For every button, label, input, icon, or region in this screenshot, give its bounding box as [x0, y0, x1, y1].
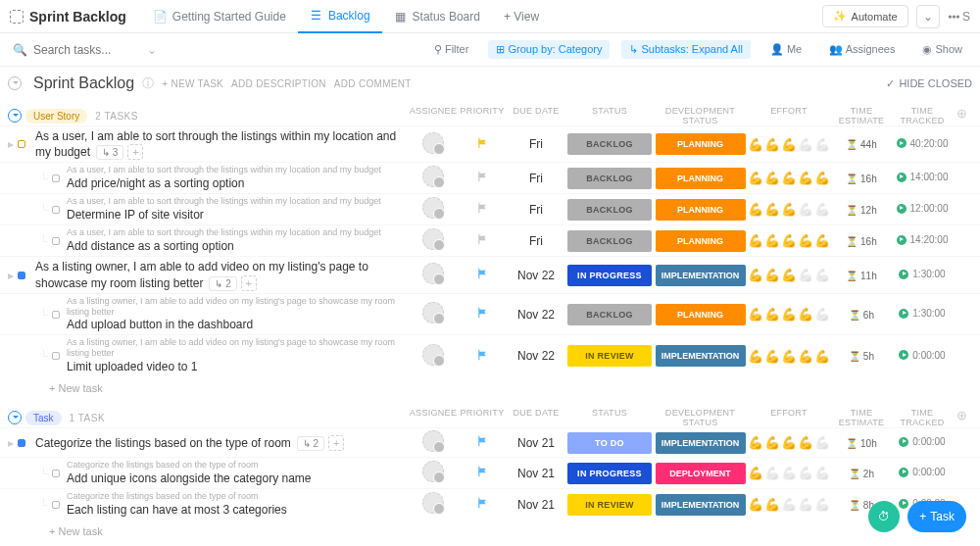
priority-flag[interactable]: [458, 233, 507, 248]
status-square-icon[interactable]: [18, 439, 25, 447]
status-square-icon[interactable]: [52, 206, 60, 214]
assignee-avatar[interactable]: [422, 132, 444, 154]
group-chip[interactable]: Task: [25, 411, 62, 425]
due-date[interactable]: Fri: [507, 137, 565, 151]
add-column-icon[interactable]: ⊕: [956, 408, 967, 422]
time-tracked[interactable]: 1:30:00: [899, 269, 945, 279]
add-subtask-icon[interactable]: +: [241, 275, 257, 291]
due-date[interactable]: Fri: [507, 234, 565, 248]
status-badge[interactable]: TO DO: [567, 432, 652, 454]
show-button[interactable]: ◉ Show: [914, 40, 970, 59]
tab-add-view[interactable]: + View: [492, 0, 551, 33]
tab-status-board[interactable]: ▦Status Board: [382, 0, 492, 33]
time-estimate[interactable]: ⏳ 12h: [846, 205, 876, 216]
add-column-icon[interactable]: ⊕: [956, 106, 967, 121]
status-badge[interactable]: IN PROGRESS: [567, 265, 652, 286]
timer-fab[interactable]: ⏱: [868, 501, 900, 532]
assignee-avatar[interactable]: [422, 344, 444, 366]
subtask-count[interactable]: ↳ 2: [297, 436, 324, 451]
task-row[interactable]: └ As a listing owner, I am able to add v…: [0, 334, 980, 376]
expand-icon[interactable]: ▸: [8, 269, 14, 282]
status-square-icon[interactable]: [52, 311, 60, 319]
time-estimate[interactable]: ⏳ 44h: [846, 139, 876, 150]
task-row[interactable]: └ As a user, I am able to sort through t…: [0, 193, 980, 224]
dev-status-badge[interactable]: PLANNING: [656, 199, 746, 221]
time-tracked[interactable]: 0:00:00: [899, 350, 945, 361]
task-title[interactable]: Categorize the listings based on the typ…: [35, 436, 291, 450]
status-badge[interactable]: IN REVIEW: [567, 494, 652, 516]
due-date[interactable]: Fri: [507, 172, 565, 185]
expand-icon[interactable]: ▸: [8, 137, 14, 151]
info-icon[interactable]: ⓘ: [142, 75, 154, 92]
time-tracked[interactable]: 0:00:00: [899, 436, 945, 447]
effort-meter[interactable]: 💪💪💪💪💪: [747, 466, 831, 480]
dev-status-badge[interactable]: IMPLEMENTATION: [656, 432, 746, 454]
search-field[interactable]: [33, 43, 141, 57]
time-tracked[interactable]: 40:20:00: [897, 138, 949, 149]
play-icon[interactable]: [897, 173, 906, 182]
play-icon[interactable]: [897, 204, 906, 214]
status-badge[interactable]: BACKLOG: [567, 199, 652, 221]
assignee-avatar[interactable]: [422, 492, 444, 514]
priority-flag[interactable]: [458, 349, 507, 364]
assignee-avatar[interactable]: [422, 302, 444, 323]
effort-meter[interactable]: 💪💪💪💪💪: [747, 202, 831, 217]
status-badge[interactable]: BACKLOG: [567, 133, 652, 155]
time-estimate[interactable]: ⏳ 16h: [846, 174, 876, 184]
due-date[interactable]: Nov 21: [507, 498, 565, 512]
dev-status-badge[interactable]: IMPLEMENTATION: [656, 345, 746, 367]
play-icon[interactable]: [899, 468, 908, 477]
effort-meter[interactable]: 💪💪💪💪💪: [747, 349, 831, 364]
assignee-avatar[interactable]: [422, 461, 444, 482]
share-icon[interactable]: ⦁⦁⦁ S: [948, 10, 970, 24]
dev-status-badge[interactable]: DEPLOYMENT: [656, 463, 746, 484]
assignee-avatar[interactable]: [422, 263, 444, 284]
task-row[interactable]: └ Categorize the listings based on the t…: [0, 457, 980, 488]
dev-status-badge[interactable]: PLANNING: [656, 133, 746, 155]
task-title[interactable]: As a listing owner, I am able to add vid…: [35, 260, 368, 289]
task-title[interactable]: Determine IP of site visitor: [67, 208, 204, 222]
priority-flag[interactable]: [458, 137, 507, 152]
subtasks-button[interactable]: ↳ Subtasks: Expand All: [621, 40, 750, 59]
collapse-icon[interactable]: [8, 76, 22, 90]
dev-status-badge[interactable]: PLANNING: [656, 230, 746, 252]
priority-flag[interactable]: [458, 268, 507, 282]
filter-button[interactable]: ⚲ Filter: [426, 40, 477, 59]
task-title[interactable]: Add upload button in the dashboard: [67, 318, 253, 331]
time-tracked[interactable]: 1:30:00: [899, 308, 945, 319]
play-icon[interactable]: [897, 235, 906, 245]
status-square-icon[interactable]: [52, 470, 60, 477]
task-title[interactable]: Add price/night as a sorting option: [67, 176, 244, 190]
time-estimate[interactable]: ⏳ 16h: [846, 236, 876, 247]
dev-status-badge[interactable]: PLANNING: [656, 168, 746, 189]
due-date[interactable]: Nov 22: [507, 269, 565, 282]
subtask-count[interactable]: ↳ 2: [209, 276, 236, 291]
priority-flag[interactable]: [458, 466, 507, 480]
time-estimate[interactable]: ⏳ 2h: [849, 469, 874, 479]
effort-meter[interactable]: 💪💪💪💪💪: [747, 497, 831, 512]
task-row[interactable]: ▸ As a listing owner, I am able to add v…: [0, 256, 980, 292]
assignee-avatar[interactable]: [422, 430, 444, 452]
group-chip[interactable]: User Story: [25, 109, 87, 124]
time-estimate[interactable]: ⏳ 10h: [846, 438, 876, 449]
play-icon[interactable]: [899, 270, 908, 279]
dev-status-badge[interactable]: PLANNING: [656, 304, 746, 325]
due-date[interactable]: Nov 22: [507, 349, 565, 363]
group-by-button[interactable]: ⊞ Group by: Category: [488, 40, 610, 59]
status-badge[interactable]: BACKLOG: [567, 304, 652, 325]
time-estimate[interactable]: ⏳ 11h: [846, 271, 876, 281]
status-square-icon[interactable]: [52, 352, 60, 360]
effort-meter[interactable]: 💪💪💪💪💪: [747, 137, 831, 152]
task-row[interactable]: └ As a listing owner, I am able to add v…: [0, 293, 980, 335]
effort-meter[interactable]: 💪💪💪💪💪: [747, 233, 831, 248]
task-row[interactable]: ▸ Categorize the listings based on the t…: [0, 427, 980, 457]
status-square-icon[interactable]: [52, 237, 60, 245]
due-date[interactable]: Nov 21: [507, 467, 565, 480]
status-square-icon[interactable]: [52, 501, 60, 509]
task-title[interactable]: As a user, I am able to sort through the…: [35, 129, 396, 159]
status-square-icon[interactable]: [18, 272, 25, 279]
status-square-icon[interactable]: [18, 140, 25, 148]
new-task-fab[interactable]: + Task: [907, 501, 966, 532]
priority-flag[interactable]: [458, 497, 507, 512]
effort-meter[interactable]: 💪💪💪💪💪: [747, 307, 831, 322]
